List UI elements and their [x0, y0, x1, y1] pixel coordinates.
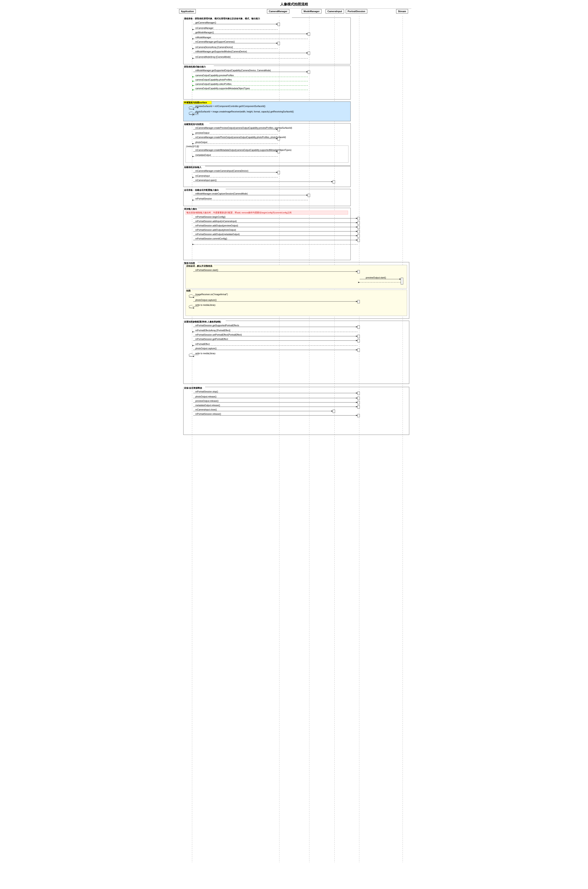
svg-rect-107: [357, 226, 360, 229]
page-title: 人像模式拍照流程: [175, 0, 414, 9]
svg-text:获取相机模式输出能力: 获取相机模式输出能力: [184, 66, 206, 68]
svg-text:cameraOutputCapability.preview: cameraOutputCapability.previewProfiles: [195, 74, 234, 76]
diagram-wrapper: Application CameraManager ModeManager Ca…: [177, 9, 411, 862]
svg-text:previewOutput.release(): previewOutput.release(): [195, 400, 219, 402]
svg-rect-139: [357, 300, 360, 303]
svg-rect-85: [333, 180, 335, 183]
svg-text:previewSurfaceId = mXComponent: previewSurfaceId = mXComponentController…: [195, 105, 266, 108]
svg-text:photoOutput.capture(): photoOutput.capture(): [195, 347, 217, 350]
svg-text:cameraOutputCapability.support: cameraOutputCapability.supportedMetadata…: [195, 87, 250, 90]
svg-text:mCameraDeviceArray:[CameraDevi: mCameraDeviceArray:[CameraDevice]: [195, 46, 233, 48]
svg-rect-59: [278, 128, 280, 131]
svg-text:mModeManager.getSupportedModes: mModeManager.getSupportedModes(CameraDev…: [195, 50, 247, 53]
svg-rect-34: [308, 70, 310, 73]
svg-text:mPortraitSession.start(): mPortraitSession.start(): [195, 269, 218, 271]
svg-text:previewOutput: previewOutput: [195, 132, 210, 134]
svg-rect-11: [278, 23, 280, 26]
sequence-diagram: 基础准备：获取相机管理对象、模式化管理对象以及设备对象、模式、输出能力 getC…: [177, 16, 411, 862]
actor-stream: Stream: [396, 9, 408, 13]
svg-text:每次添加/移除输入输出时，均需要重新进行配置，即add, r: 每次添加/移除输入输出时，均需要重新进行配置，即add, remove操作均需要…: [186, 211, 291, 214]
svg-text:metadataOutput: metadataOutput: [195, 154, 211, 156]
svg-text:mCameraInput.open(): mCameraInput.open(): [195, 179, 217, 181]
svg-text:mPortraitSession.release(): mPortraitSession.release(): [195, 413, 221, 415]
svg-rect-104: [357, 221, 360, 225]
svg-text:创建预览流与拍照流: 创建预览流与拍照流: [184, 123, 204, 126]
svg-text:photoOutput: photoOutput: [195, 141, 207, 144]
svg-rect-165: [183, 387, 409, 435]
svg-text:mPortraitSession.getPortraitEf: mPortraitSession.getPortraitEffect: [195, 338, 228, 340]
svg-text:会话准备：创建会话并配置输入输出: 会话准备：创建会话并配置输入输出: [184, 189, 219, 191]
svg-text:设备/会话资源释放: 设备/会话资源释放: [184, 387, 202, 389]
svg-rect-148: [357, 325, 360, 328]
actor-camerainput: CameraInput: [326, 9, 344, 13]
svg-text:预览与拍照: 预览与拍照: [184, 262, 195, 264]
svg-text:metadataOutput.release(): metadataOutput.release(): [195, 404, 220, 406]
svg-text:mCameraManager.createMetadataO: mCameraManager.createMetadataOutput(came…: [195, 149, 291, 151]
svg-text:mPortraitSession.beginConfig(): mPortraitSession.beginConfig(): [195, 216, 225, 218]
svg-text:mPortraitSession.addOutput(met: mPortraitSession.addOutput(metadataOutpu…: [195, 233, 240, 235]
svg-text:mPortraitEffect: mPortraitEffect: [195, 343, 210, 345]
svg-text:mPortraitSession.addOutput(pho: mPortraitSession.addOutput(photoOutput): [195, 229, 236, 231]
svg-rect-153: [357, 335, 360, 338]
svg-text:mCameraInput: mCameraInput: [195, 175, 210, 177]
svg-text:启动会话，默认开启预览流: 启动会话，默认开启预览流: [186, 265, 213, 267]
svg-rect-91: [308, 194, 310, 197]
svg-text:mPortraitSession.setPortraitEf: mPortraitSession.setPortraitEffect(Portr…: [195, 334, 242, 336]
svg-text:cameraOutputCapability.photoPr: cameraOutputCapability.photoProfiles: [195, 79, 232, 81]
svg-text:mCameraManager.getSupportCamer: mCameraManager.getSupportCameras(): [195, 40, 235, 43]
svg-text:getModeManager(): getModeManager(): [195, 31, 214, 34]
svg-text:mPortraitSession.stop(): mPortraitSession.stop(): [195, 390, 218, 393]
svg-text:mModeManager.getSupportedOutpu: mModeManager.getSupportedOutputCapabilit…: [195, 69, 271, 72]
svg-text:cameraOutputCapability.videoPr: cameraOutputCapability.videoProfiles: [195, 83, 232, 85]
svg-text:mCameraInput.close(): mCameraInput.close(): [195, 408, 217, 411]
svg-text:mPortraitSession.commitConfig(: mPortraitSession.commitConfig(): [195, 237, 227, 240]
svg-text:write to mediaLibrary: write to mediaLibrary: [195, 304, 216, 306]
svg-text:mCameraManager: mCameraManager: [195, 27, 214, 29]
svg-rect-110: [357, 230, 360, 233]
svg-text:mPortraitEffectsArray:[Portrai: mPortraitEffectsArray:[PortraitEffect]: [195, 329, 230, 331]
actor-cameramgr: CameraManager: [267, 9, 290, 13]
svg-text:mPortraitSession.addInput(mCam: mPortraitSession.addInput(mCameraInput): [195, 220, 237, 222]
svg-text:previewOutput.start(): previewOutput.start(): [366, 276, 386, 279]
svg-text:mPortraitSession.addOutput(pre: mPortraitSession.addOutput(previewOutput…: [195, 225, 238, 227]
svg-text:mModeManager.createCaptureSess: mModeManager.createCaptureSession(Camera…: [195, 192, 248, 195]
svg-rect-72: [278, 150, 280, 153]
svg-rect-129: [401, 278, 403, 284]
svg-text:基础准备：获取相机管理对象、模式化管理对象以及设备对象、模式: 基础准备：获取相机管理对象、模式化管理对象以及设备对象、模式、输出能力: [184, 17, 260, 20]
svg-text:mCameraManager.createPhotoOutp: mCameraManager.createPhotoOutput(cameraO…: [195, 136, 286, 138]
svg-rect-26: [308, 52, 310, 55]
svg-text:拍照: 拍照: [186, 289, 190, 292]
svg-text:photoOutput.capture(): photoOutput.capture(): [195, 299, 217, 301]
svg-text:创建相机设备输入: 创建相机设备输入: [184, 166, 202, 168]
svg-text:mCameraModeArray:[CameraMode]: mCameraModeArray:[CameraMode]: [195, 56, 231, 58]
svg-text:设置拍照参数配置(举例:人像效果参数): 设置拍照参数配置(举例:人像效果参数): [184, 321, 221, 323]
svg-text:(meta流可选): (meta流可选): [186, 145, 199, 148]
svg-text:mCameraManager.createCameraInp: mCameraManager.createCameraInput(CameraD…: [195, 170, 248, 172]
svg-rect-179: [357, 405, 360, 408]
svg-rect-176: [357, 401, 360, 404]
svg-text:mPortraitSession.getSupportedP: mPortraitSession.getSupportedPortraitEff…: [195, 324, 239, 327]
svg-text:申请预览与拍照surface: 申请预览与拍照surface: [184, 101, 207, 104]
svg-rect-170: [357, 392, 360, 395]
svg-text:mModeManager: mModeManager: [195, 36, 211, 39]
svg-rect-54: [183, 123, 351, 166]
svg-rect-126: [357, 270, 360, 273]
svg-rect-64: [278, 137, 280, 141]
svg-rect-173: [357, 397, 360, 400]
svg-text:mPortraitSession: mPortraitSession: [195, 198, 212, 200]
svg-rect-80: [278, 171, 280, 174]
actor-app: Application: [179, 9, 196, 13]
svg-rect-116: [357, 239, 360, 242]
svg-text:getCameraManager(): getCameraManager(): [195, 21, 216, 24]
svg-rect-161: [357, 349, 360, 352]
actor-portraitsession: PortraitSession: [346, 9, 367, 13]
svg-text:添加输入输出: 添加输入输出: [184, 208, 197, 210]
svg-text:ImageReceiver.on("imageArrival: ImageReceiver.on("imageArrival"): [195, 293, 228, 295]
actor-modemgr: ModeManager: [302, 9, 322, 13]
svg-rect-113: [357, 234, 360, 237]
svg-rect-101: [357, 217, 360, 220]
actor-header: Application CameraManager ModeManager Ca…: [177, 9, 411, 16]
svg-rect-16: [308, 33, 310, 36]
svg-rect-182: [333, 410, 335, 413]
svg-rect-21: [278, 42, 280, 45]
